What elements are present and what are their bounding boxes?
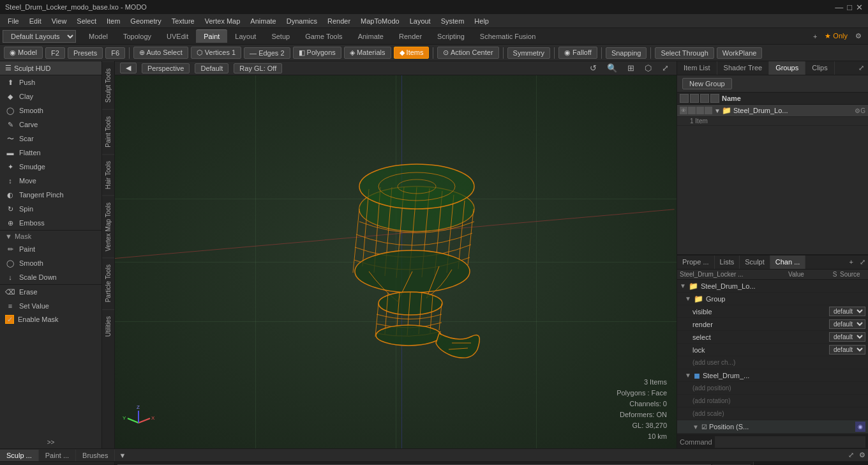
vertices-button[interactable]: ⬡ Vertices 1: [191, 47, 241, 59]
layout-tab-game-tools[interactable]: Game Tools: [297, 30, 350, 43]
viewport-zoom-icon[interactable]: 🔍: [604, 63, 620, 73]
tool-smudge[interactable]: ✦ Smudge: [0, 160, 101, 174]
layout-tab-model[interactable]: Model: [81, 30, 116, 43]
tool-tangent-pinch[interactable]: ◐ Tangent Pinch: [0, 188, 101, 202]
items-button[interactable]: ◆ Items: [394, 47, 430, 59]
tool-carve[interactable]: ✎ Carve: [0, 118, 101, 132]
viewport-canvas[interactable]: X Y Z 3 Items Polygons : Face Channels: …: [115, 75, 677, 448]
workplane-button[interactable]: WorkPlane: [717, 47, 763, 59]
menu-item-file[interactable]: File: [3, 16, 24, 26]
tool-spin[interactable]: ↻ Spin: [0, 202, 101, 216]
menu-item-layout[interactable]: Layout: [405, 16, 436, 26]
new-group-button[interactable]: New Group: [682, 78, 732, 89]
layout-gear-button[interactable]: ⚙: [851, 31, 865, 42]
menu-item-dynamics[interactable]: Dynamics: [281, 16, 322, 26]
position-chan-arrow[interactable]: ▼: [692, 423, 699, 431]
auto-select-button[interactable]: ⊕ Auto Select: [133, 47, 188, 59]
f2-button[interactable]: F2: [45, 47, 65, 59]
tab-channels[interactable]: Chan ...: [770, 255, 806, 269]
layout-tab-schematic-fusion[interactable]: Schematic Fusion: [472, 30, 543, 43]
action-center-button[interactable]: ⊙ Action Center: [437, 47, 498, 59]
tool-mask-paint[interactable]: ✏ Paint: [0, 242, 101, 256]
root-chan-arrow[interactable]: ▼: [680, 282, 686, 289]
sculpt-hud[interactable]: ☰ Sculpt HUD: [0, 61, 101, 75]
close-button[interactable]: ✕: [856, 3, 863, 12]
render-dropdown[interactable]: default: [829, 319, 865, 329]
chan-row-add-user[interactable]: (add user ch...): [677, 356, 868, 369]
group-chan-arrow[interactable]: ▼: [685, 295, 691, 302]
tool-set-value[interactable]: ≡ Set Value: [0, 299, 101, 313]
command-input[interactable]: [715, 436, 865, 448]
btm-settings-icon[interactable]: ⚙: [857, 449, 868, 461]
lock-dropdown[interactable]: default: [829, 345, 865, 354]
viewport-shading-icon[interactable]: ⬡: [642, 63, 654, 73]
menu-item-animate[interactable]: Animate: [245, 16, 281, 26]
tool-push[interactable]: ⬆ Push: [0, 75, 101, 89]
edges-button[interactable]: — Edges 2: [244, 47, 290, 59]
props-expand-icon[interactable]: ⤢: [857, 255, 868, 269]
layout-tab-scripting[interactable]: Scripting: [430, 30, 472, 43]
root-render-icon[interactable]: [688, 107, 696, 114]
side-tab-hair[interactable]: Hair Tools: [102, 154, 114, 195]
viewport-expand-icon[interactable]: ⤢: [659, 63, 671, 73]
tab-item-list[interactable]: Item List: [677, 61, 717, 75]
chan-row-add-rot[interactable]: (add rotation): [677, 395, 868, 408]
symmetry-button[interactable]: Symmetry: [507, 47, 551, 59]
layout-tab-setup[interactable]: Setup: [264, 30, 297, 43]
side-tab-paint[interactable]: Paint Tools: [102, 109, 114, 154]
tab-shader-tree[interactable]: Shader Tree: [717, 61, 770, 75]
chan-row-group[interactable]: ▼ 📁 Group: [677, 293, 868, 305]
menu-item-geometry[interactable]: Geometry: [125, 16, 166, 26]
chan-row-root[interactable]: ▼ 📁 Steel_Drum_Lo...: [677, 280, 868, 293]
layout-tab-paint[interactable]: Paint: [196, 29, 227, 43]
menu-item-maptomodo[interactable]: MapToModo: [355, 16, 405, 26]
tool-move[interactable]: ↕ Move: [0, 174, 101, 188]
enable-mask-checkbox[interactable]: ✓: [5, 315, 14, 324]
groups-icon-1[interactable]: [680, 94, 689, 103]
enable-mask-toggle[interactable]: ✓ Enable Mask: [0, 313, 101, 326]
f6-button[interactable]: F6: [105, 47, 125, 59]
layout-tab-topology[interactable]: Topology: [116, 30, 159, 43]
tab-lists[interactable]: Lists: [715, 255, 740, 269]
presets-button[interactable]: Presets: [68, 47, 103, 59]
layout-tab-uvedit[interactable]: UVEdit: [159, 30, 196, 43]
tool-clay[interactable]: ◆ Clay: [0, 89, 101, 103]
layout-tab-render[interactable]: Render: [391, 30, 430, 43]
menu-item-vertex-map[interactable]: Vertex Map: [200, 16, 246, 26]
navigation-gizmo[interactable]: X Y Z: [121, 406, 156, 442]
materials-button[interactable]: ◈ Materials: [344, 47, 391, 59]
window-controls[interactable]: — □ ✕: [835, 3, 863, 12]
menu-item-view[interactable]: View: [47, 16, 72, 26]
root-eye-icon[interactable]: 👁: [680, 107, 687, 114]
viewport-grid-icon[interactable]: ⊞: [625, 63, 637, 73]
viewport-back-button[interactable]: ◀: [120, 63, 137, 73]
btm-tab-sculpt[interactable]: Sculp ...: [0, 450, 39, 461]
viewport-default[interactable]: Default: [195, 63, 228, 73]
side-tab-particle[interactable]: Particle Tools: [102, 257, 114, 309]
layout-add-button[interactable]: +: [809, 31, 821, 42]
groups-root-row[interactable]: 👁 ▼ 📁 Steel_Drum_Lo... ⚙ G: [677, 105, 868, 117]
snapping-button[interactable]: Snapping: [606, 47, 647, 59]
mesh-chan-arrow[interactable]: ▼: [685, 372, 691, 379]
root-icon-3[interactable]: [696, 107, 704, 114]
tool-flatten[interactable]: ▬ Flatten: [0, 146, 101, 160]
minimize-button[interactable]: —: [835, 3, 843, 12]
visible-dropdown[interactable]: default: [829, 307, 865, 316]
tool-scar[interactable]: 〜 Scar: [0, 132, 101, 146]
btm-tab-dropdown-icon[interactable]: ▼: [115, 450, 130, 461]
tool-scale-down[interactable]: ↓ Scale Down: [0, 270, 101, 284]
falloff-button[interactable]: ◉ Falloff: [558, 47, 597, 59]
btm-tab-paint[interactable]: Paint ...: [39, 450, 76, 461]
groups-icon-2[interactable]: [690, 94, 699, 103]
panel-expand-icon[interactable]: ⤢: [855, 61, 868, 75]
tool-mask-smooth[interactable]: ◯ Smooth: [0, 256, 101, 270]
viewport-perspective[interactable]: Perspective: [142, 63, 190, 73]
position-eye-icon[interactable]: ◉: [855, 422, 865, 432]
tool-erase[interactable]: ⌫ Erase: [0, 285, 101, 299]
tool-emboss[interactable]: ⊕ Emboss: [0, 216, 101, 230]
model-button[interactable]: ◉ Model: [4, 47, 43, 59]
tool-smooth[interactable]: ◯ Smooth: [0, 103, 101, 118]
select-dropdown[interactable]: default: [829, 332, 865, 342]
tab-clips[interactable]: Clips: [805, 61, 834, 75]
groups-icon-3[interactable]: [700, 94, 709, 103]
